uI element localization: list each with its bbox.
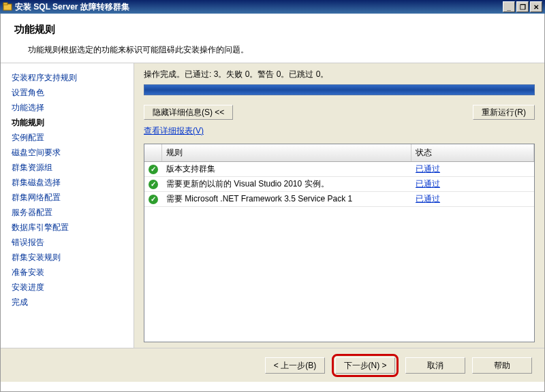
page-header: 功能规则 功能规则根据选定的功能来标识可能阻碍此安装操作的问题。	[1, 14, 544, 63]
progress-bar	[144, 84, 535, 95]
page-description: 功能规则根据选定的功能来标识可能阻碍此安装操作的问题。	[14, 44, 531, 56]
sidebar-step[interactable]: 安装程序支持规则	[12, 70, 134, 85]
page-title: 功能规则	[14, 23, 531, 36]
rule-cell: 需要 Microsoft .NET Framework 3.5 Service …	[162, 192, 411, 206]
sidebar-step[interactable]: 群集安装规则	[12, 250, 134, 265]
help-button[interactable]: 帮助	[472, 357, 532, 374]
rule-cell: 版本支持群集	[162, 162, 411, 176]
status-icon-cell: ✓	[144, 178, 162, 191]
action-row: 隐藏详细信息(S) << 重新运行(R)	[144, 105, 535, 120]
sidebar-step[interactable]: 实例配置	[12, 130, 134, 145]
window-title: 安装 SQL Server 故障转移群集	[15, 1, 129, 13]
view-report-link[interactable]: 查看详细报表(V)	[144, 125, 535, 137]
title-bar: 安装 SQL Server 故障转移群集 _ ❐ ✕	[0, 0, 545, 14]
next-button-highlight: 下一步(N) >	[332, 354, 399, 377]
sidebar-step[interactable]: 完成	[12, 295, 134, 310]
status-cell: 已通过	[411, 177, 534, 191]
sidebar-step[interactable]: 群集磁盘选择	[12, 175, 134, 190]
sidebar-step[interactable]: 群集网络配置	[12, 190, 134, 205]
rule-cell: 需要更新的以前的 Visual Studio 2010 实例。	[162, 177, 411, 191]
minimize-button[interactable]: _	[503, 1, 515, 12]
table-header-row: 规则 状态	[144, 144, 534, 162]
hide-details-button[interactable]: 隐藏详细信息(S) <<	[144, 105, 233, 120]
sidebar-step[interactable]: 磁盘空间要求	[12, 145, 134, 160]
sidebar-step[interactable]: 服务器配置	[12, 205, 134, 220]
check-icon: ✓	[149, 165, 158, 174]
window-content: 功能规则 功能规则根据选定的功能来标识可能阻碍此安装操作的问题。 安装程序支持规…	[0, 14, 545, 392]
status-link[interactable]: 已通过	[416, 179, 440, 189]
window-buttons: _ ❐ ✕	[503, 1, 542, 12]
app-icon	[3, 2, 12, 12]
table-header-status: 状态	[411, 144, 534, 161]
close-button[interactable]: ✕	[530, 1, 542, 12]
right-pane: 操作完成。已通过: 3。失败 0。警告 0。已跳过 0。 隐藏详细信息(S) <…	[134, 63, 544, 348]
sidebar-step[interactable]: 设置角色	[12, 85, 134, 100]
svg-rect-1	[3, 3, 7, 5]
step-sidebar: 安装程序支持规则设置角色功能选择功能规则实例配置磁盘空间要求群集资源组群集磁盘选…	[1, 63, 134, 348]
next-button[interactable]: 下一步(N) >	[335, 357, 395, 374]
sidebar-step[interactable]: 安装进度	[12, 280, 134, 295]
status-cell: 已通过	[411, 162, 534, 176]
sidebar-step[interactable]: 功能规则	[12, 115, 134, 130]
sidebar-step[interactable]: 功能选择	[12, 100, 134, 115]
status-icon-cell: ✓	[144, 163, 162, 176]
check-icon: ✓	[149, 195, 158, 204]
sidebar-step[interactable]: 群集资源组	[12, 160, 134, 175]
table-row: ✓需要 Microsoft .NET Framework 3.5 Service…	[144, 192, 534, 207]
status-link[interactable]: 已通过	[416, 194, 440, 203]
sidebar-step[interactable]: 准备安装	[12, 265, 134, 280]
rules-table: 规则 状态 ✓版本支持群集已通过✓需要更新的以前的 Visual Studio …	[144, 144, 535, 342]
table-header-icon	[144, 144, 162, 161]
table-header-rule: 规则	[162, 144, 411, 161]
status-link[interactable]: 已通过	[416, 164, 440, 174]
maximize-button[interactable]: ❐	[516, 1, 529, 12]
check-icon: ✓	[149, 180, 158, 189]
table-row: ✓版本支持群集已通过	[144, 162, 534, 177]
status-icon-cell: ✓	[144, 193, 162, 206]
sidebar-step[interactable]: 数据库引擎配置	[12, 220, 134, 235]
rerun-button[interactable]: 重新运行(R)	[473, 105, 535, 120]
table-row: ✓需要更新的以前的 Visual Studio 2010 实例。已通过	[144, 177, 534, 192]
status-cell: 已通过	[411, 192, 534, 206]
sidebar-step[interactable]: 错误报告	[12, 235, 134, 250]
operation-status: 操作完成。已通过: 3。失败 0。警告 0。已跳过 0。	[144, 69, 535, 80]
wizard-footer: < 上一步(B) 下一步(N) > 取消 帮助	[1, 348, 544, 382]
cancel-button[interactable]: 取消	[405, 357, 465, 374]
back-button[interactable]: < 上一步(B)	[265, 357, 325, 374]
main-area: 安装程序支持规则设置角色功能选择功能规则实例配置磁盘空间要求群集资源组群集磁盘选…	[1, 63, 544, 348]
